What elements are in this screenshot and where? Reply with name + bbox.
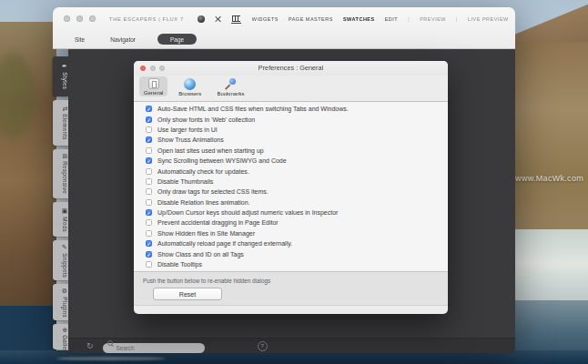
checkbox-row[interactable]: Only draw tags for selected CSS items. xyxy=(134,187,448,197)
checkbox-row[interactable]: Disable Relation lines animation. xyxy=(134,197,448,207)
checkbox-row[interactable]: Prevent accidental dragging in Page Edit… xyxy=(134,217,448,228)
checkbox-label: Sync Scrolling between WYSIWYG and Code xyxy=(157,157,287,164)
minimize-button xyxy=(150,66,156,71)
search-input[interactable] xyxy=(103,343,205,353)
menu-item[interactable]: | xyxy=(408,16,410,22)
menu-item[interactable]: PREVIEW xyxy=(420,16,446,22)
checkbox[interactable] xyxy=(146,261,152,268)
app-titlebar: THE ESCAPERS | FLUX 7 WIDGETS PAGE MASTE… xyxy=(53,7,515,49)
checkbox[interactable] xyxy=(146,136,152,143)
sidebar-tab[interactable]: ✒Styles xyxy=(53,56,68,96)
checkbox[interactable] xyxy=(146,157,152,164)
sidebar-tab[interactable]: ⊞Responsive xyxy=(53,149,68,198)
menu-item[interactable]: WIDGETS xyxy=(252,16,279,22)
preferences-dialog: Preferences : General General Browsers B… xyxy=(134,61,448,314)
toolbar-tab-browsers[interactable]: Browsers xyxy=(174,76,206,97)
app-logo: THE ESCAPERS | FLUX 7 xyxy=(109,16,184,22)
sidebar-tab-icon: ⇅ xyxy=(62,106,68,112)
checkbox[interactable] xyxy=(146,178,152,185)
mode-tab[interactable]: Site xyxy=(71,35,88,45)
sidebar-tab-label: Gallery xyxy=(62,335,68,355)
checkbox[interactable] xyxy=(146,188,152,195)
checkbox-label: Use larger fonts in UI xyxy=(157,126,218,133)
checkbox-row[interactable]: Automatically reload page if changed ext… xyxy=(134,238,448,248)
checkbox[interactable] xyxy=(146,230,152,237)
sidebar-tab-label: Elements xyxy=(62,114,68,140)
menu-item[interactable]: LIVE PREVIEW ∨ xyxy=(468,16,508,22)
tools-icon[interactable] xyxy=(215,15,222,23)
help-button[interactable]: ? xyxy=(258,341,268,351)
checkbox-label: Prevent accidental dragging in Page Edit… xyxy=(157,219,279,226)
sidebar-tab[interactable]: ⚙Plugins xyxy=(53,284,68,320)
checkbox[interactable] xyxy=(146,199,152,206)
sidebar-tab[interactable]: ⇅Elements xyxy=(53,100,68,146)
dialog-toolbar: General Browsers Bookmarks xyxy=(134,76,448,102)
checkbox-row[interactable]: Show Truss Animations xyxy=(134,135,448,145)
menu-item[interactable]: SWATCHES xyxy=(343,16,375,22)
sidebar-tab[interactable]: ⊕Gallery xyxy=(53,324,68,349)
menu-item[interactable]: | xyxy=(456,16,458,22)
mode-tab[interactable]: Navigator xyxy=(106,35,139,45)
toolbar-tab-label: General xyxy=(144,90,163,96)
menu-item[interactable]: PAGE MASTERS xyxy=(289,16,333,22)
checkbox-row[interactable]: Auto-Save HTML and CSS files when switch… xyxy=(134,104,448,114)
checkbox-label: Automatically reload page if changed ext… xyxy=(157,240,292,247)
sidebar-tab-label: Snippets xyxy=(62,253,68,278)
checkbox-label: Only draw tags for selected CSS items. xyxy=(157,188,269,195)
preferences-checkbox-list: Auto-Save HTML and CSS files when switch… xyxy=(134,102,448,271)
switch-icon xyxy=(148,78,159,89)
checkbox[interactable] xyxy=(146,126,152,133)
search-field-wrap xyxy=(103,338,205,354)
checkbox-row[interactable]: Show Hidden files in Site Manager xyxy=(134,228,448,238)
watermark: www.MacWk.com xyxy=(515,174,583,183)
checkbox[interactable] xyxy=(146,240,152,247)
sidebar-tab-icon: ✒ xyxy=(62,63,68,70)
checkbox-label: Open last sites used when starting up xyxy=(157,147,264,154)
sidebar-tab-label: Mods xyxy=(62,217,68,232)
checkbox[interactable] xyxy=(146,106,152,112)
toolbar-tab-label: Bookmarks xyxy=(217,91,244,96)
palette-tabstrip: ✒Styles ⇅Elements ⊞Responsive ▣Mods ✎Sni… xyxy=(53,56,68,353)
sidebar-tab[interactable]: ✎Snippets xyxy=(53,240,68,280)
columns-icon[interactable] xyxy=(232,15,240,22)
zoom-button[interactable] xyxy=(89,15,96,22)
menu-item[interactable]: EDIT xyxy=(385,16,399,22)
checkbox[interactable] xyxy=(146,251,152,258)
checkbox-row[interactable]: Disable Thumbnails xyxy=(134,177,448,187)
close-button[interactable] xyxy=(140,66,146,71)
sidebar-tab-label: Responsive xyxy=(62,161,68,194)
sidebar-tab-icon: ✎ xyxy=(62,244,68,251)
checkbox-row[interactable]: Sync Scrolling between WYSIWYG and Code xyxy=(134,156,448,166)
mode-tab[interactable]: Page xyxy=(157,34,197,45)
checkbox[interactable] xyxy=(146,209,152,216)
checkbox-row[interactable]: Only show fonts in 'Web' collection xyxy=(134,114,448,124)
checkbox[interactable] xyxy=(146,168,152,175)
checkbox-label: Automatically check for updates. xyxy=(157,168,249,175)
close-button[interactable] xyxy=(64,15,70,22)
dialog-traffic-lights xyxy=(140,66,165,71)
checkbox-row[interactable]: Automatically check for updates. xyxy=(134,166,448,176)
checkbox-row[interactable]: Open last sites used when starting up xyxy=(134,146,448,156)
toolbar-tab-general[interactable]: General xyxy=(139,76,167,96)
checkbox-label: Disable Thumbnails xyxy=(157,178,213,185)
checkbox-label: Only show fonts in 'Web' collection xyxy=(157,116,255,123)
toolbar-tab-bookmarks[interactable]: Bookmarks xyxy=(212,76,248,97)
checkbox-row[interactable]: Use larger fonts in UI xyxy=(134,125,448,135)
checkbox-row[interactable]: Disable Tooltips xyxy=(134,259,448,269)
checkbox-label: Disable Relation lines animation. xyxy=(157,199,250,206)
minimize-button[interactable] xyxy=(76,15,83,22)
refresh-icon[interactable]: ↻ xyxy=(86,342,94,350)
sidebar-tab-icon: ▣ xyxy=(62,207,68,215)
checkbox-label: Auto-Save HTML and CSS files when switch… xyxy=(157,106,349,112)
sidebar-tab[interactable]: ▣Mods xyxy=(53,202,68,237)
checkbox[interactable] xyxy=(146,147,152,154)
reset-button[interactable]: Reset xyxy=(153,288,222,300)
dialog-footer: Push the button below to re-enable hidde… xyxy=(134,271,448,306)
window-traffic-lights xyxy=(64,15,96,22)
globe-icon[interactable] xyxy=(198,15,205,23)
checkbox[interactable] xyxy=(146,116,152,123)
checkbox-row[interactable]: Show Class and ID on all Tags xyxy=(134,248,448,258)
checkbox[interactable] xyxy=(146,219,152,226)
checkbox-row[interactable]: Up/Down Cursor keys should adjust numeri… xyxy=(134,207,448,217)
status-bar: ↻ ? xyxy=(68,338,515,353)
